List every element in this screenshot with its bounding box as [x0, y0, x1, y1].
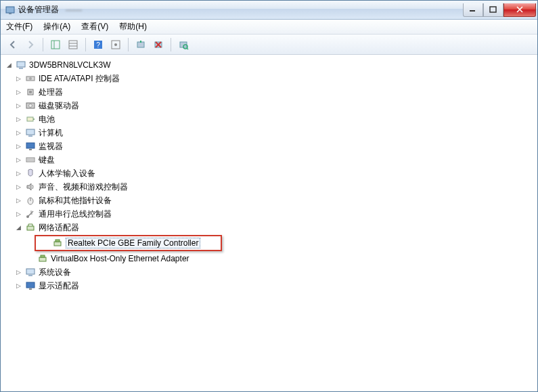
- expand-icon[interactable]: ▷: [14, 142, 22, 150]
- expand-icon[interactable]: ▷: [14, 183, 22, 191]
- tree-node-battery[interactable]: ▷电池: [2, 112, 536, 126]
- tree-node-label: IDE ATA/ATAPI 控制器: [39, 73, 120, 85]
- titlebar: 设备管理器 ——: [1, 1, 537, 20]
- window-title-secondary: ——: [66, 5, 82, 15]
- network-icon: [25, 222, 36, 233]
- toolbar-update-driver-button[interactable]: [133, 37, 149, 53]
- expand-icon[interactable]: ▷: [14, 156, 22, 164]
- close-button[interactable]: [503, 3, 536, 17]
- collapse-icon[interactable]: ◢: [14, 223, 22, 232]
- expand-icon[interactable]: ▷: [14, 115, 22, 123]
- toolbar-separator: [85, 38, 86, 51]
- device-manager-window: 设备管理器 —— 文件(F) 操作(A) 查看(V) 帮助(H) ?: [0, 0, 538, 392]
- svg-text:?: ?: [96, 41, 100, 49]
- tree-node-monitor[interactable]: ▷监视器: [2, 139, 536, 153]
- svg-rect-0: [6, 7, 14, 13]
- tree-node-label: 监视器: [39, 141, 63, 152]
- tree-node-label: 计算机: [39, 127, 63, 139]
- svg-rect-1: [9, 13, 12, 14]
- menu-help[interactable]: 帮助(H): [119, 21, 147, 32]
- toolbar-separator: [43, 38, 43, 51]
- toolbar-detail-button[interactable]: [65, 37, 81, 53]
- tree-node-display[interactable]: ▷显示适配器: [2, 279, 536, 292]
- svg-rect-45: [26, 269, 35, 274]
- network-adapter-icon: [52, 238, 63, 248]
- svg-point-23: [29, 77, 32, 80]
- tree-node-mouse[interactable]: ▷鼠标和其他指针设备: [2, 194, 536, 207]
- svg-rect-29: [33, 118, 35, 120]
- menu-action[interactable]: 操作(A): [43, 21, 70, 32]
- network-adapter-icon: [37, 253, 48, 264]
- tree-node-vbox[interactable]: VirtualBox Host-Only Ethernet Adapter: [2, 252, 536, 265]
- toolbar: ?: [1, 35, 537, 55]
- svg-point-27: [29, 104, 32, 108]
- svg-rect-13: [137, 42, 144, 47]
- toolbar-back-button[interactable]: [5, 37, 21, 53]
- tree-root[interactable]: ◢ 3DW5BRN8LVCLK3W: [2, 58, 536, 72]
- menu-file[interactable]: 文件(F): [6, 21, 32, 32]
- annotation-highlight: Realtek PCIe GBE Family Controller: [35, 235, 222, 251]
- app-icon: [5, 5, 16, 16]
- expand-icon[interactable]: ▷: [14, 102, 22, 110]
- monitor-icon: [25, 141, 36, 152]
- tree-root-label: 3DW5BRN8LVCLK3W: [29, 60, 110, 70]
- menu-view[interactable]: 查看(V): [81, 21, 108, 32]
- leaf-icon: [26, 255, 35, 263]
- svg-rect-28: [27, 117, 33, 121]
- toolbar-separator: [171, 38, 171, 51]
- collapse-icon[interactable]: ◢: [5, 61, 13, 69]
- expand-icon[interactable]: ▷: [14, 129, 22, 137]
- expand-icon[interactable]: ▷: [14, 74, 22, 83]
- expand-icon[interactable]: ▷: [14, 169, 22, 177]
- tree-node-realtek[interactable]: Realtek PCIe GBE Family Controller: [36, 236, 200, 250]
- tree-node-computer[interactable]: ▷计算机: [2, 126, 536, 139]
- toolbar-forward-button[interactable]: [22, 37, 39, 53]
- disk-icon: [25, 100, 36, 111]
- toolbar-scan-hardware-button[interactable]: [175, 37, 192, 53]
- svg-rect-31: [28, 135, 32, 137]
- sound-icon: [25, 181, 36, 192]
- toolbar-uninstall-button[interactable]: [150, 37, 166, 53]
- maximize-button[interactable]: [483, 3, 503, 17]
- toolbar-help-button[interactable]: ?: [90, 37, 106, 53]
- svg-rect-4: [51, 41, 60, 49]
- device-tree[interactable]: ◢ 3DW5BRN8LVCLK3W ▷IDE ATA/ATAPI 控制器▷处理器…: [1, 55, 537, 391]
- minimize-button[interactable]: [463, 3, 483, 17]
- computer-icon: [25, 127, 36, 138]
- tree-node-ide[interactable]: ▷IDE ATA/ATAPI 控制器: [2, 72, 536, 85]
- svg-rect-25: [29, 91, 32, 93]
- svg-rect-2: [470, 10, 475, 12]
- svg-rect-40: [27, 226, 34, 230]
- expand-icon[interactable]: ▷: [14, 210, 22, 218]
- svg-rect-41: [54, 242, 61, 246]
- menubar: 文件(F) 操作(A) 查看(V) 帮助(H): [1, 20, 537, 35]
- tree-node-label: 磁盘驱动器: [39, 100, 79, 112]
- tree-node-disk[interactable]: ▷磁盘驱动器: [2, 99, 536, 112]
- svg-line-19: [187, 48, 188, 49]
- svg-rect-6: [69, 41, 77, 49]
- svg-rect-42: [55, 240, 60, 242]
- hid-icon: [25, 168, 36, 179]
- tree-node-label: 网络适配器: [39, 222, 79, 234]
- tree-node-cpu[interactable]: ▷处理器: [2, 85, 536, 99]
- keyboard-icon: [25, 154, 36, 165]
- tree-node-label: 系统设备: [39, 267, 71, 278]
- toolbar-properties-button[interactable]: [108, 37, 124, 53]
- tree-node-network[interactable]: ◢网络适配器: [2, 221, 536, 234]
- tree-node-label: 人体学输入设备: [39, 168, 95, 179]
- tree-node-hid[interactable]: ▷人体学输入设备: [2, 167, 536, 180]
- tree-node-label: Realtek PCIe GBE Family Controller: [66, 238, 200, 248]
- toolbar-show-hide-tree-button[interactable]: [47, 37, 64, 53]
- tree-node-keyboard[interactable]: ▷键盘: [2, 153, 536, 167]
- svg-point-12: [114, 43, 117, 46]
- expand-icon[interactable]: ▷: [14, 282, 22, 290]
- tree-node-usb[interactable]: ▷通用串行总线控制器: [2, 207, 536, 221]
- tree-node-label: VirtualBox Host-Only Ethernet Adapter: [51, 254, 189, 263]
- expand-icon[interactable]: ▷: [14, 196, 22, 204]
- window-controls: [463, 3, 536, 17]
- tree-node-label: 电池: [39, 114, 55, 125]
- tree-node-sound[interactable]: ▷声音、视频和游戏控制器: [2, 180, 536, 194]
- expand-icon[interactable]: ▷: [14, 88, 22, 96]
- expand-icon[interactable]: ▷: [14, 268, 22, 276]
- tree-node-system[interactable]: ▷系统设备: [2, 265, 536, 279]
